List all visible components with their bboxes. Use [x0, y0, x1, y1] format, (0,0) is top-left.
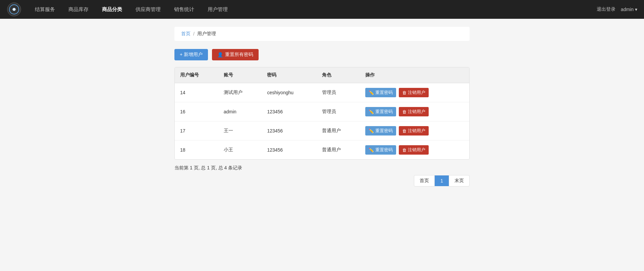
main-content: 首页 / 用户管理 + 新增用户 👤 重置所有密码 用户编号 账号 密码 角色 …	[161, 19, 483, 195]
app-logo	[7, 2, 21, 17]
svg-point-2	[13, 8, 15, 11]
table-row: 18 小王 123456 普通用户 ✏️ 重置密码 🗑 注销用户	[175, 141, 469, 160]
cell-account: 小王	[218, 141, 262, 160]
cell-actions: ✏️ 重置密码 🗑 注销用户	[360, 121, 469, 141]
trash-icon: 🗑	[402, 90, 407, 95]
edit-icon: ✏️	[369, 128, 374, 133]
trash-icon: 🗑	[402, 109, 407, 114]
action-bar: + 新增用户 👤 重置所有密码	[174, 49, 470, 60]
trash-icon: 🗑	[402, 148, 407, 153]
cell-id: 14	[175, 83, 218, 102]
nav-item-supplier[interactable]: 供应商管理	[129, 0, 167, 19]
add-user-button[interactable]: + 新增用户	[174, 49, 208, 60]
cell-actions: ✏️ 重置密码 🗑 注销用户	[360, 83, 469, 102]
cell-password: 123456	[262, 102, 316, 121]
reset-password-button[interactable]: ✏️ 重置密码	[365, 88, 396, 97]
navbar: 结算服务 商品库存 商品分类 供应商管理 销售统计 用户管理 退出登录 admi…	[0, 0, 644, 19]
cancel-user-button[interactable]: 🗑 注销用户	[399, 107, 429, 116]
reset-all-button[interactable]: 👤 重置所有密码	[212, 49, 259, 60]
reset-password-button[interactable]: ✏️ 重置密码	[365, 145, 396, 155]
user-icon: 👤	[217, 52, 223, 57]
col-actions: 操作	[360, 67, 469, 83]
pagination-controls: 首页 1 末页	[174, 175, 470, 186]
table-row: 16 admin 123456 管理员 ✏️ 重置密码 🗑 注销用户	[175, 102, 469, 121]
nav-item-inventory[interactable]: 商品库存	[62, 0, 95, 19]
user-menu[interactable]: admin ▾	[621, 7, 637, 12]
breadcrumb-sep: /	[193, 31, 195, 37]
page-last-button[interactable]: 末页	[449, 175, 470, 186]
nav-right: 退出登录 admin ▾	[597, 6, 637, 12]
nav-item-sales[interactable]: 销售统计	[167, 0, 201, 19]
nav-item-settlement[interactable]: 结算服务	[28, 0, 62, 19]
edit-icon: ✏️	[369, 90, 374, 95]
col-id: 用户编号	[175, 67, 218, 83]
cell-actions: ✏️ 重置密码 🗑 注销用户	[360, 102, 469, 121]
col-password: 密码	[262, 67, 316, 83]
cell-account: 测试用户	[218, 83, 262, 102]
nav-item-users[interactable]: 用户管理	[201, 0, 234, 19]
page-first-button[interactable]: 首页	[414, 175, 435, 186]
reset-password-button[interactable]: ✏️ 重置密码	[365, 126, 396, 136]
trash-icon: 🗑	[402, 128, 407, 133]
nav-item-category[interactable]: 商品分类	[95, 0, 129, 19]
breadcrumb-home[interactable]: 首页	[181, 31, 191, 37]
logout-button[interactable]: 退出登录	[597, 6, 615, 12]
cell-password: ceshiyonghu	[262, 83, 316, 102]
col-role: 角色	[317, 67, 360, 83]
cell-account: 王一	[218, 121, 262, 141]
cell-id: 18	[175, 141, 218, 160]
cell-password: 123456	[262, 121, 316, 141]
page-1-button[interactable]: 1	[435, 175, 449, 186]
table-row: 17 王一 123456 普通用户 ✏️ 重置密码 🗑 注销用户	[175, 121, 469, 141]
edit-icon: ✏️	[369, 109, 374, 114]
cell-id: 17	[175, 121, 218, 141]
pagination-info: 当前第 1 页, 总 1 页, 总 4 条记录	[174, 165, 470, 171]
table-row: 14 测试用户 ceshiyonghu 管理员 ✏️ 重置密码 🗑 注销用户	[175, 83, 469, 102]
col-account: 账号	[218, 67, 262, 83]
cell-account: admin	[218, 102, 262, 121]
cell-role: 普通用户	[317, 121, 360, 141]
cell-password: 123456	[262, 141, 316, 160]
cell-role: 管理员	[317, 102, 360, 121]
table-header: 用户编号 账号 密码 角色 操作	[175, 67, 469, 83]
cell-role: 管理员	[317, 83, 360, 102]
edit-icon: ✏️	[369, 148, 374, 153]
reset-password-button[interactable]: ✏️ 重置密码	[365, 107, 396, 116]
breadcrumb-current: 用户管理	[197, 31, 216, 37]
cell-actions: ✏️ 重置密码 🗑 注销用户	[360, 141, 469, 160]
nav-menu: 结算服务 商品库存 商品分类 供应商管理 销售统计 用户管理	[28, 0, 597, 19]
cancel-user-button[interactable]: 🗑 注销用户	[399, 88, 429, 97]
breadcrumb: 首页 / 用户管理	[174, 27, 470, 41]
cancel-user-button[interactable]: 🗑 注销用户	[399, 126, 429, 136]
cell-id: 16	[175, 102, 218, 121]
user-table: 用户编号 账号 密码 角色 操作 14 测试用户 ceshiyonghu 管理员…	[174, 67, 470, 160]
cancel-user-button[interactable]: 🗑 注销用户	[399, 145, 429, 155]
cell-role: 普通用户	[317, 141, 360, 160]
